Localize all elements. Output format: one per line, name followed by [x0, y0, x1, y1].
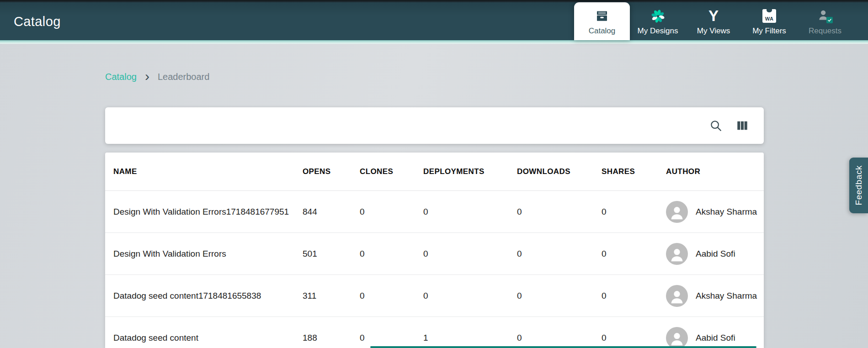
cell-author: Akshay Sharma	[666, 285, 764, 307]
page-title: Catalog	[14, 14, 61, 29]
tab-my-designs[interactable]: My Designs	[630, 0, 686, 40]
column-header-downloads[interactable]: DOWNLOADS	[517, 167, 602, 176]
cell-name: Datadog seed content1718481655838	[113, 291, 303, 301]
cell-opens: 501	[303, 249, 360, 259]
tab-my-designs-label: My Designs	[638, 26, 678, 36]
tab-requests[interactable]: Requests	[797, 0, 853, 40]
cell-name: Datadog seed content	[113, 333, 303, 343]
tab-my-filters[interactable]: WA My Filters	[741, 0, 797, 40]
table-row[interactable]: Datadog seed content 188 0 1 0 0 Aabid S…	[105, 317, 764, 348]
author-name: Akshay Sharma	[696, 207, 757, 217]
cell-author: Akshay Sharma	[666, 201, 764, 223]
kanvas-y-icon: Y	[708, 8, 719, 24]
cell-deployments: 0	[423, 207, 517, 217]
avatar[interactable]	[666, 327, 688, 348]
cell-downloads: 0	[517, 333, 602, 343]
cell-shares: 0	[602, 249, 666, 259]
breadcrumb: Catalog › Leaderboard	[105, 72, 209, 82]
header-accent-strip	[0, 40, 868, 44]
avatar[interactable]	[666, 243, 688, 265]
cell-clones: 0	[360, 249, 423, 259]
tab-my-filters-label: My Filters	[752, 26, 786, 36]
cell-author: Aabid Sofi	[666, 243, 764, 265]
column-header-opens[interactable]: OPENS	[303, 167, 360, 176]
author-name: Akshay Sharma	[696, 291, 757, 301]
cell-name: Design With Validation Errors	[113, 249, 303, 259]
column-header-deployments[interactable]: DEPLOYMENTS	[423, 167, 517, 176]
search-icon[interactable]	[708, 118, 724, 133]
cell-deployments: 1	[423, 333, 517, 343]
cell-clones: 0	[360, 291, 423, 301]
header-nav-tabs: Catalog My Designs Y My Views	[574, 0, 853, 40]
author-name: Aabid Sofi	[696, 333, 735, 343]
cell-clones: 0	[360, 333, 423, 343]
cell-downloads: 0	[517, 291, 602, 301]
avatar[interactable]	[666, 201, 688, 223]
cell-shares: 0	[602, 291, 666, 301]
table-row[interactable]: Design With Validation Errors17184816779…	[105, 191, 764, 233]
cell-opens: 844	[303, 207, 360, 217]
tab-my-views[interactable]: Y My Views	[686, 0, 741, 40]
tab-catalog[interactable]: Catalog	[574, 2, 630, 40]
archive-drawer-icon	[595, 8, 609, 24]
feedback-button[interactable]: Feedback	[849, 158, 868, 213]
author-name: Aabid Sofi	[696, 249, 735, 259]
wasm-filter-icon: WA	[762, 8, 776, 24]
cell-deployments: 0	[423, 249, 517, 259]
cell-name: Design With Validation Errors17184816779…	[113, 207, 303, 217]
table-scrollbar-thumb[interactable]	[370, 346, 756, 348]
tab-catalog-label: Catalog	[589, 26, 616, 36]
cell-downloads: 0	[517, 249, 602, 259]
cell-opens: 311	[303, 291, 360, 301]
table-row[interactable]: Datadog seed content1718481655838 311 0 …	[105, 275, 764, 317]
table-toolbar	[105, 107, 764, 144]
cell-author: Aabid Sofi	[666, 327, 764, 348]
tab-my-views-label: My Views	[697, 26, 730, 36]
leaderboard-table: NAME OPENS CLONES DEPLOYMENTS DOWNLOADS …	[105, 153, 764, 348]
column-header-shares[interactable]: SHARES	[602, 167, 666, 176]
column-header-clones[interactable]: CLONES	[360, 167, 423, 176]
column-header-name[interactable]: NAME	[113, 167, 303, 176]
meshery-pinwheel-icon	[650, 8, 666, 24]
tab-requests-label: Requests	[809, 26, 841, 36]
column-header-author[interactable]: AUTHOR	[666, 167, 764, 176]
feedback-label: Feedback	[854, 165, 864, 205]
cell-downloads: 0	[517, 207, 602, 217]
table-header-row: NAME OPENS CLONES DEPLOYMENTS DOWNLOADS …	[105, 153, 764, 191]
person-clipboard-check-icon	[817, 8, 833, 24]
cell-clones: 0	[360, 207, 423, 217]
column-view-icon[interactable]	[735, 118, 750, 133]
chevron-right-icon: ›	[145, 72, 149, 81]
breadcrumb-catalog-link[interactable]: Catalog	[105, 72, 137, 82]
cell-shares: 0	[602, 207, 666, 217]
breadcrumb-current-page: Leaderboard	[158, 72, 209, 82]
cell-deployments: 0	[423, 291, 517, 301]
cell-opens: 188	[303, 333, 360, 343]
avatar[interactable]	[666, 285, 688, 307]
table-row[interactable]: Design With Validation Errors 501 0 0 0 …	[105, 233, 764, 275]
cell-shares: 0	[602, 333, 666, 343]
